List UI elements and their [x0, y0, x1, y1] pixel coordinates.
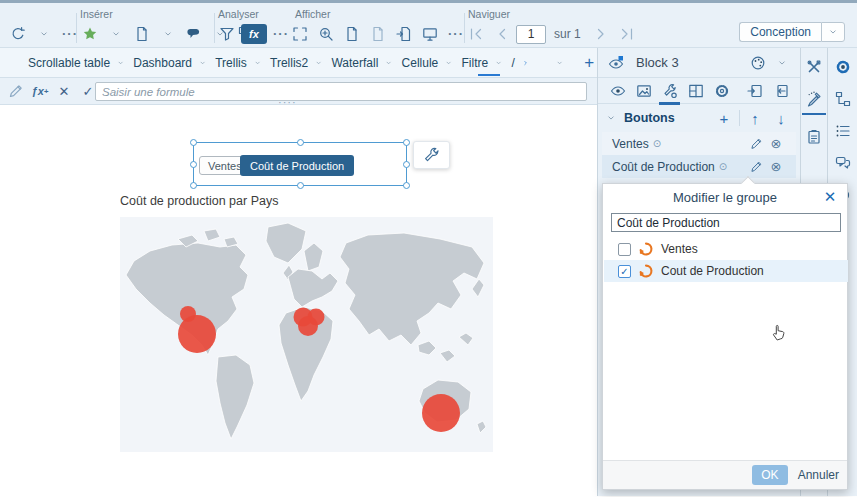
palette-icon[interactable]	[746, 51, 770, 75]
section-collapse-icon[interactable]	[606, 113, 616, 123]
previous-page-icon[interactable]	[490, 22, 514, 46]
zoom-icon[interactable]	[314, 22, 338, 46]
page-view-icon[interactable]	[340, 22, 364, 46]
tab-partial[interactable]: /	[511, 56, 514, 70]
tab-layout-icon[interactable]	[686, 79, 705, 103]
add-button-icon[interactable]: +	[713, 110, 735, 127]
tab-scroll-right-icon[interactable]	[520, 59, 530, 66]
resize-handle[interactable]	[190, 161, 197, 168]
tab-cellule[interactable]: Cellule	[402, 56, 439, 70]
resize-handle[interactable]	[403, 139, 410, 146]
conception-dropdown[interactable]	[821, 22, 845, 42]
page-of-label: sur 1	[554, 27, 581, 41]
close-icon[interactable]: ✕	[821, 188, 839, 206]
chevron-down-icon[interactable]	[315, 58, 322, 68]
outline-list-icon[interactable]	[831, 119, 855, 143]
tab-filtre[interactable]: Filtre	[461, 56, 488, 70]
group-name-input[interactable]	[611, 213, 841, 232]
insert-visualization-dropdown[interactable]	[104, 22, 128, 46]
sheet-tab-bar: Scrollable table Dashboard Trellis Trell…	[0, 48, 597, 78]
refresh-dropdown[interactable]	[32, 22, 56, 46]
tab-list-dropdown-icon[interactable]	[556, 58, 563, 68]
insert-control-icon[interactable]	[182, 22, 206, 46]
tab-trellis2[interactable]: Trellis2	[270, 56, 308, 70]
tab-dashboard[interactable]: Dashboard	[133, 56, 192, 70]
tools-icon[interactable]	[802, 55, 826, 79]
cout-de-production-toggle-button[interactable]: Coût de Production	[240, 155, 354, 176]
resize-handle[interactable]	[190, 139, 197, 146]
build-settings-icon[interactable]	[831, 55, 855, 79]
edit-item-icon[interactable]	[746, 160, 766, 173]
structure-icon[interactable]	[831, 87, 855, 111]
page-number-input[interactable]	[516, 25, 546, 44]
section-title: Boutons	[624, 111, 709, 125]
checkbox[interactable]: ✓	[618, 265, 631, 278]
refresh-icon[interactable]	[6, 22, 30, 46]
tab-builder-icon[interactable]	[660, 79, 679, 103]
tab-trellis[interactable]: Trellis	[215, 56, 247, 70]
cancel-formula-icon[interactable]: ✕	[52, 79, 76, 103]
move-up-icon[interactable]: ↑	[744, 110, 766, 127]
filter-icon[interactable]	[215, 22, 239, 46]
quick-view-icon[interactable]	[366, 22, 390, 46]
block-dropdown-icon[interactable]	[770, 51, 794, 75]
insert-cell-icon[interactable]	[130, 22, 154, 46]
cancel-button[interactable]: Annuler	[798, 468, 839, 482]
insert-cell-dropdown[interactable]	[156, 22, 180, 46]
wrench-icon	[424, 147, 440, 163]
page-mode-icon[interactable]	[392, 22, 416, 46]
remove-item-icon[interactable]: ⊗	[766, 136, 786, 151]
insert-visualization-icon[interactable]	[78, 22, 102, 46]
ok-button[interactable]: OK	[752, 465, 787, 485]
resize-handle[interactable]	[297, 182, 304, 189]
geo-bubble-map[interactable]	[120, 217, 493, 452]
tab-behavior-icon[interactable]	[712, 79, 731, 103]
option-row-cout-de-production[interactable]: ✓ Cout de Production	[604, 260, 848, 282]
chevron-down-icon[interactable]	[117, 58, 124, 68]
map-bubble[interactable]	[178, 315, 216, 353]
group-label-analyze: Analyser	[218, 8, 259, 20]
map-bubble[interactable]	[298, 316, 318, 336]
remove-item-icon[interactable]: ⊗	[766, 159, 786, 174]
element-settings-popout[interactable]	[413, 141, 450, 169]
next-page-icon[interactable]	[589, 22, 613, 46]
chevron-down-icon[interactable]	[385, 58, 392, 68]
resize-handle[interactable]	[403, 161, 410, 168]
tab-waterfall[interactable]: Waterfall	[331, 56, 378, 70]
last-page-icon[interactable]	[615, 22, 639, 46]
selection-frame[interactable]: Ventes Coût de Production	[193, 142, 407, 186]
list-item-ventes[interactable]: Ventes ⊙ ⊗	[602, 132, 796, 155]
map-bubble[interactable]	[422, 394, 460, 432]
presentation-icon[interactable]	[418, 22, 442, 46]
checkbox[interactable]: ✓	[618, 243, 631, 256]
tab-scrollable-table[interactable]: Scrollable table	[28, 56, 110, 70]
resize-handle[interactable]	[403, 182, 410, 189]
move-down-icon[interactable]: ↓	[770, 110, 792, 127]
option-row-ventes[interactable]: ✓ Ventes	[604, 238, 848, 260]
tab-visibility-icon[interactable]	[608, 79, 627, 103]
dock-in-icon[interactable]	[745, 79, 764, 103]
comments-icon[interactable]	[831, 151, 855, 175]
format-painter-icon[interactable]	[802, 87, 826, 111]
chevron-down-icon[interactable]	[254, 58, 261, 68]
list-item-cout-de-production[interactable]: Coût de Production ⊙ ⊗	[602, 155, 796, 178]
chevron-down-icon[interactable]	[445, 58, 452, 68]
edit-item-icon[interactable]	[746, 137, 766, 150]
summary-icon[interactable]	[802, 125, 826, 149]
dock-out-icon[interactable]	[771, 79, 790, 103]
link-badge-icon: ⊙	[653, 138, 661, 149]
formula-editor-icon[interactable]: ƒx+	[28, 79, 52, 103]
tab-appearance-icon[interactable]	[634, 79, 653, 103]
resize-handle[interactable]	[190, 182, 197, 189]
block-visibility-icon	[604, 51, 628, 75]
conception-button[interactable]: Conception	[739, 22, 821, 42]
edit-formula-icon[interactable]	[4, 79, 28, 103]
fullscreen-icon[interactable]	[288, 22, 312, 46]
first-page-icon[interactable]	[464, 22, 488, 46]
chevron-down-icon[interactable]	[495, 58, 502, 68]
formula-toggle-button[interactable]: fx	[241, 24, 267, 44]
add-sheet-button[interactable]: +	[581, 53, 597, 73]
resize-handle[interactable]	[297, 139, 304, 146]
chevron-down-icon[interactable]	[199, 58, 206, 68]
formula-input[interactable]	[95, 82, 587, 101]
